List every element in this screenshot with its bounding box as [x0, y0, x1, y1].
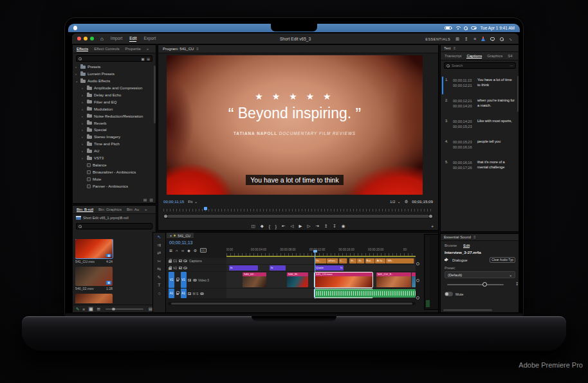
panel-menu-icon[interactable]: ≡ — [196, 47, 199, 51]
extract-icon[interactable]: ↧ — [333, 224, 336, 229]
wifi-icon[interactable] — [455, 26, 461, 30]
effects-tree-item[interactable]: › Amplitude and Compression — [73, 85, 154, 92]
minimize-window-button[interactable] — [84, 37, 87, 40]
disclosure-chevron-icon[interactable]: › — [82, 100, 86, 104]
mark-out-icon[interactable]: } — [275, 224, 277, 229]
program-playhead[interactable] — [204, 207, 207, 210]
track-meter-icon[interactable] — [179, 267, 182, 269]
track-target-v1[interactable]: V1 — [181, 272, 187, 288]
voiceover-record-icon[interactable] — [200, 292, 204, 295]
disclosure-chevron-icon[interactable]: › — [82, 156, 86, 160]
caption-row[interactable]: 4. 00;00;15;2300;00;16;16 people tell yo… — [441, 137, 517, 157]
media-item[interactable]: ▦ 541_CU.mov 4:24 — [75, 239, 113, 263]
lock-icon[interactable] — [169, 260, 172, 263]
caption-clip[interactable]: th.. — [349, 258, 356, 263]
disclosure-chevron-icon[interactable]: › — [82, 142, 86, 146]
preset-intensity-slider[interactable] — [447, 284, 504, 285]
comparison-view-icon[interactable]: ◫ — [252, 224, 255, 229]
lock-icon[interactable] — [169, 267, 172, 270]
effects-search-input[interactable]: ▣ ⊞ — [76, 55, 152, 62]
source-patch-v1[interactable]: V1 — [169, 272, 174, 288]
caption-clip[interactable]: But.. — [365, 258, 375, 263]
video-clip[interactable] — [412, 272, 416, 287]
step-back-icon[interactable]: ◁ — [290, 224, 293, 229]
lock-icon[interactable] — [176, 280, 179, 282]
disclosure-chevron-icon[interactable]: › — [82, 128, 86, 132]
snap-icon[interactable]: ∩ — [176, 249, 178, 253]
text-panel-tab[interactable]: Graphics — [487, 54, 502, 58]
selection-tool[interactable]: ↖ — [158, 235, 161, 239]
disclosure-chevron-icon[interactable]: › — [82, 121, 86, 125]
effects-tree-item[interactable]: › Special — [73, 127, 154, 134]
caption-text[interactable]: people tell you — [477, 139, 515, 155]
linked-selection-icon[interactable]: ∞ — [181, 249, 184, 253]
scroll-handle[interactable] — [429, 215, 432, 218]
disclosure-chevron-icon[interactable]: › — [82, 93, 86, 97]
clear-audio-type-button[interactable]: Clear Audio Typ — [490, 257, 515, 263]
effects-tree-item[interactable]: Panner - Ambisonics — [73, 183, 154, 190]
list-view-icon[interactable]: ≡ — [82, 307, 85, 312]
fit-dropdown[interactable]: Fit⌄ — [188, 199, 198, 204]
caption-search-input[interactable]: Search ⋯ — [444, 62, 516, 69]
video-clip[interactable]: 541_CU.mov — [315, 272, 372, 287]
preset-dropdown[interactable]: (Default) ⌄ — [445, 271, 515, 278]
mode-tab[interactable]: Export — [143, 36, 156, 42]
timeline-scrollbar[interactable] — [168, 302, 416, 305]
program-timecode[interactable]: 00;00;11;15 — [163, 199, 184, 204]
audio-clip[interactable] — [372, 289, 416, 298]
caption-clip[interactable]: Wh.. — [386, 258, 414, 263]
add-marker-icon[interactable]: ◆ — [261, 224, 264, 229]
program-scrollbar[interactable] — [163, 214, 433, 218]
track-badge[interactable]: C1 — [173, 259, 177, 263]
panel-tab[interactable]: Propertie — [125, 47, 140, 51]
caption-clip[interactable]: L.. — [339, 258, 347, 263]
workspace-grid-icon[interactable]: ⊞ — [455, 37, 459, 42]
add-marker-icon[interactable]: ◆ — [187, 249, 190, 253]
effects-tree-item[interactable]: › VST3 — [73, 155, 154, 162]
feedback-bubble-icon[interactable] — [490, 37, 495, 40]
effects-tree-item[interactable]: › Reverb — [73, 120, 154, 127]
resolution-dropdown[interactable]: 1/2⌄ — [390, 199, 401, 204]
track-resize-handle[interactable] — [416, 296, 419, 299]
export-frame-icon[interactable]: ◉ — [342, 224, 345, 229]
effects-tree-item[interactable]: › Presets — [73, 64, 154, 71]
captions-visibility-icon[interactable]: CC — [200, 248, 207, 253]
home-icon[interactable]: ⌂ — [100, 36, 104, 42]
caption-text[interactable]: You have a lot of time to think — [477, 78, 515, 93]
control-center-icon[interactable] — [471, 26, 477, 30]
effects-tree-item[interactable]: › Delay and Echo — [73, 92, 154, 99]
timeline-timecode[interactable]: 00;00;11;13 — [169, 240, 192, 245]
track-target-a1[interactable]: A1 — [181, 289, 187, 298]
nest-icon[interactable]: ⊞ — [169, 249, 172, 253]
graphic-clip[interactable]: Quotefx — [315, 265, 344, 271]
lock-icon[interactable] — [176, 293, 179, 296]
panel-overflow-icon[interactable]: » — [147, 47, 149, 51]
track-resize-handle[interactable] — [416, 279, 419, 282]
disclosure-chevron-icon[interactable]: › — [82, 135, 86, 139]
bin-search-input[interactable] — [76, 223, 152, 229]
effects-tree-item[interactable]: Balance — [73, 161, 154, 168]
program-time-ruler[interactable] — [163, 207, 433, 212]
quick-search-icon[interactable] — [500, 37, 504, 41]
track-resize-handle[interactable] — [416, 262, 419, 265]
zoom-tool[interactable]: ○ — [158, 291, 160, 296]
video-clip[interactable]: 540_02.. — [243, 272, 266, 287]
timeline-playhead[interactable] — [315, 250, 315, 299]
type-tool[interactable]: T — [158, 283, 160, 287]
new-preset-icon[interactable]: ⊞ — [147, 57, 150, 61]
caption-text[interactable]: when you're training for a match. — [477, 98, 515, 114]
share-icon[interactable]: ↥ — [464, 37, 468, 42]
effects-tree-item[interactable]: Mute — [73, 175, 154, 183]
graphic-clip[interactable]: fx — [229, 265, 258, 271]
new-folder-icon[interactable]: ▤ — [143, 197, 147, 202]
caption-text[interactable]: Like with most sports, — [477, 119, 515, 134]
panel-tab[interactable]: Effects — [77, 47, 88, 51]
battery-icon[interactable] — [445, 26, 452, 30]
effects-tree-item[interactable]: › Noise Reduction/Restoration — [73, 112, 154, 120]
media-item[interactable]: ▦ 540_02.mov 1:28 — [75, 267, 113, 291]
save-preset-icon[interactable]: ↧ — [515, 281, 519, 287]
program-video-frame[interactable]: ★ ★ ★ ★ ★ “ Beyond inspiring. ” TATIANA … — [167, 55, 423, 195]
zoom-window-button[interactable] — [90, 37, 94, 40]
timeline-ruler[interactable]: 00:0000:00:04:0000:00:08:0000:00:12:0000… — [226, 247, 416, 256]
caption-clip[interactable]: th.. — [357, 258, 364, 263]
